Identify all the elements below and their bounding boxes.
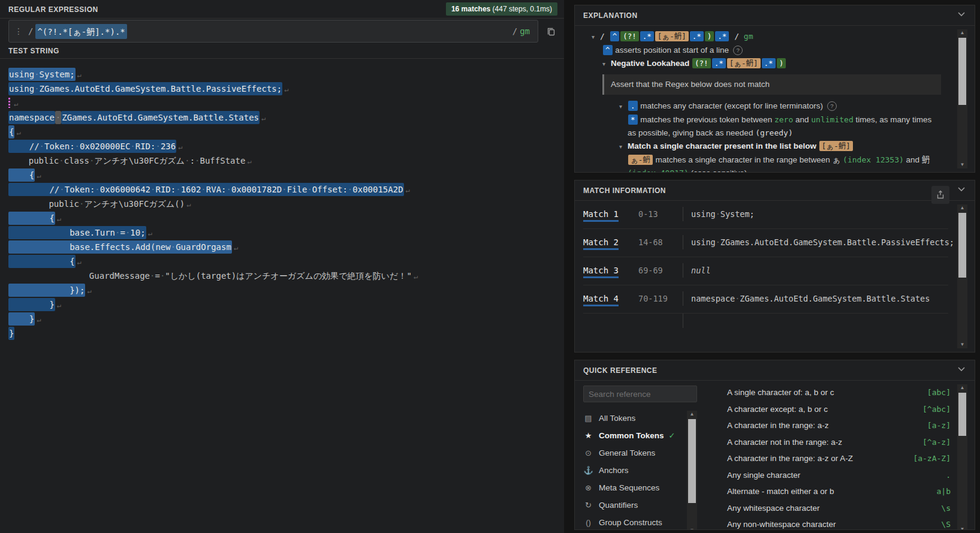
end-of-line-mark: ↵ [57, 301, 61, 309]
code-line[interactable]: ↵ [8, 96, 564, 110]
reference-entry[interactable]: Alternate - match either a or ba|b [727, 483, 975, 500]
explanation-scrollbar[interactable]: ▲ ▼ [957, 29, 967, 168]
collapse-quick-reference-button[interactable] [958, 367, 965, 372]
code-line[interactable]: } [8, 326, 564, 341]
category-list-scrollbar[interactable]: ▲ ▼ [687, 411, 697, 530]
explanation-row: ▾Negative Lookahead (?!.*[ぁ-鿕].*) [575, 57, 975, 71]
export-icon [936, 190, 945, 200]
regex-token-chip: ^ [610, 31, 620, 41]
scroll-down-arrow[interactable]: ▼ [687, 527, 697, 530]
scroll-up-arrow[interactable]: ▲ [687, 411, 697, 418]
match-highlight: //·Token:·0x06000642·RID:·1602·RVA:·0x00… [8, 183, 404, 196]
explanation-text: matches any character (except for line t… [638, 101, 823, 110]
regex-token-chip: ) [705, 31, 714, 41]
scroll-up-arrow[interactable]: ▲ [957, 384, 967, 392]
match-label-link[interactable]: Match 4 [583, 294, 619, 306]
match-row: Match 369-69null [583, 257, 948, 285]
regex-token-chip: [ぁ-鿕] [727, 58, 761, 68]
whitespace-dot: · [227, 185, 231, 194]
code-line[interactable]: //·Token:·0x020000EC·RID:·236↵ [8, 139, 564, 153]
copy-regex-button[interactable] [543, 24, 559, 39]
drag-handle-icon[interactable]: ⋮ [9, 26, 26, 36]
tree-caret-icon[interactable]: ▾ [592, 31, 600, 44]
code-line[interactable]: base.Effects.Add(new·GuardOrgasm↵ [8, 240, 564, 254]
match-row: Match 214-68using·ZGames.AutoEtd.GameSys… [583, 229, 948, 257]
scroll-down-arrow[interactable]: ▼ [957, 341, 967, 348]
match-label: Match 3 [583, 265, 638, 278]
match-label-link[interactable]: Match 2 [583, 237, 619, 250]
end-of-line-mark: ↵ [77, 258, 82, 266]
quick-reference-scrollbar-thumb[interactable] [958, 393, 966, 436]
export-matches-button[interactable] [931, 186, 949, 204]
reference-entry[interactable]: Any whitespace character\s [727, 500, 975, 517]
test-editor[interactable]: using·System;↵using·ZGames.AutoEtd.GameS… [0, 59, 564, 533]
whitespace-dot: · [155, 141, 160, 151]
code-line[interactable]: namespace·ZGames.AutoEtd.GameSystem.Batt… [8, 110, 564, 125]
tree-caret-icon[interactable]: ▾ [602, 58, 611, 71]
reference-entry[interactable]: Any single character. [727, 467, 975, 484]
scroll-down-arrow[interactable]: ▼ [957, 526, 967, 530]
code-line[interactable]: }↵ [8, 312, 564, 326]
code-line[interactable]: using·ZGames.AutoEtd.GameSystem.Battle.P… [8, 82, 564, 96]
code-line[interactable]: using·System;↵ [8, 67, 564, 82]
code-line[interactable]: }↵ [8, 297, 564, 312]
end-of-line-mark: ↵ [406, 186, 410, 194]
scroll-up-arrow[interactable]: ▲ [957, 29, 967, 37]
reference-code: . [946, 471, 951, 480]
match-label-link[interactable]: Match 3 [583, 266, 619, 278]
explanation-scrollbar-thumb[interactable] [958, 38, 966, 105]
regular-expression-header-bar: REGULAR EXPRESSION 16 matches (447 steps… [0, 0, 564, 19]
category-label: Group Constructs [599, 518, 662, 527]
match-label-link[interactable]: Match 1 [583, 209, 619, 222]
regex-pattern-text[interactable]: ^(?!.*[ぁ-鿕].*).* [35, 24, 126, 39]
match-highlight: //·Token:·0x020000EC·RID:·236 [8, 140, 176, 153]
explanation-text: matches a single character in the range … [653, 155, 843, 164]
collapse-explanation-button[interactable] [958, 12, 965, 17]
tree-caret-icon[interactable]: ▾ [619, 140, 628, 153]
scroll-up-arrow[interactable]: ▲ [957, 204, 967, 212]
help-icon[interactable]: ? [733, 46, 743, 55]
code-line[interactable]: {↵ [8, 254, 564, 269]
whitespace-dot: · [34, 84, 39, 94]
lookahead-assertion-note: Assert that the Regex below does not mat… [602, 74, 941, 95]
reference-description: Alternate - match either a or b [727, 487, 937, 496]
regex-token-chip: .* [715, 31, 729, 41]
reference-entry[interactable]: A character except: a, b or c[^abc] [727, 401, 975, 418]
match-information-scrollbar[interactable]: ▲ ▼ [957, 204, 967, 348]
mono-text: / [600, 32, 610, 41]
code-line[interactable]: GuardMessage·=·"しかし(target)はアンチオーガズムの効果で… [8, 269, 564, 283]
code-line[interactable]: public·class·アンチオ\u30FCガズム·:·BuffState↵ [8, 153, 564, 168]
code-line[interactable]: });↵ [8, 283, 564, 297]
reference-entry[interactable]: Any non-whitespace character\S [727, 516, 975, 530]
regex-input[interactable]: ⋮ / ^(?!.*[ぁ-鿕].*).* / gm [8, 20, 538, 43]
explanation-row: ^ asserts position at start of a line? [575, 44, 975, 57]
category-label: Common Tokens [599, 431, 664, 440]
whitespace-dot: · [171, 242, 176, 252]
reference-entry[interactable]: A character in the range: a-z[a-z] [727, 417, 975, 434]
explanation-text: asserts position at start of a line [613, 46, 729, 55]
help-icon[interactable]: ? [827, 101, 837, 111]
code-line[interactable]: //·Token:·0x06000642·RID:·1602·RVA:·0x00… [8, 182, 564, 197]
reference-entry[interactable]: A character in the range: a-z or A-Z[a-z… [727, 450, 975, 467]
category-scrollbar-thumb[interactable] [688, 419, 696, 503]
mono-green-text: zero [774, 115, 793, 124]
collapse-match-information-button[interactable] [958, 187, 965, 192]
reference-entry[interactable]: A single character of: a, b or c[abc] [727, 384, 975, 401]
code-line[interactable]: {↵ [8, 211, 564, 225]
tree-caret-icon[interactable]: ▾ [619, 100, 628, 113]
match-information-scrollbar-thumb[interactable] [958, 213, 966, 278]
whitespace-dot: · [125, 228, 130, 237]
quick-reference-scrollbar[interactable]: ▲ ▼ [957, 384, 967, 530]
search-reference-input[interactable] [583, 386, 697, 402]
code-line[interactable]: {↵ [8, 125, 564, 139]
code-line[interactable]: public·アンチオ\u30FCガズム()↵ [8, 197, 564, 211]
whitespace-dot: · [735, 294, 740, 303]
category-label: Meta Sequences [599, 483, 659, 492]
match-highlight: { [8, 168, 35, 182]
scroll-down-arrow[interactable]: ▼ [957, 161, 967, 168]
code-line[interactable]: {↵ [8, 168, 564, 182]
whitespace-dot: · [716, 209, 720, 219]
code-line[interactable]: base.Turn·=·10;↵ [8, 225, 564, 240]
reference-entry[interactable]: A character not in the range: a-z[^a-z] [727, 434, 975, 451]
regex-flags[interactable]: gm [520, 26, 538, 36]
